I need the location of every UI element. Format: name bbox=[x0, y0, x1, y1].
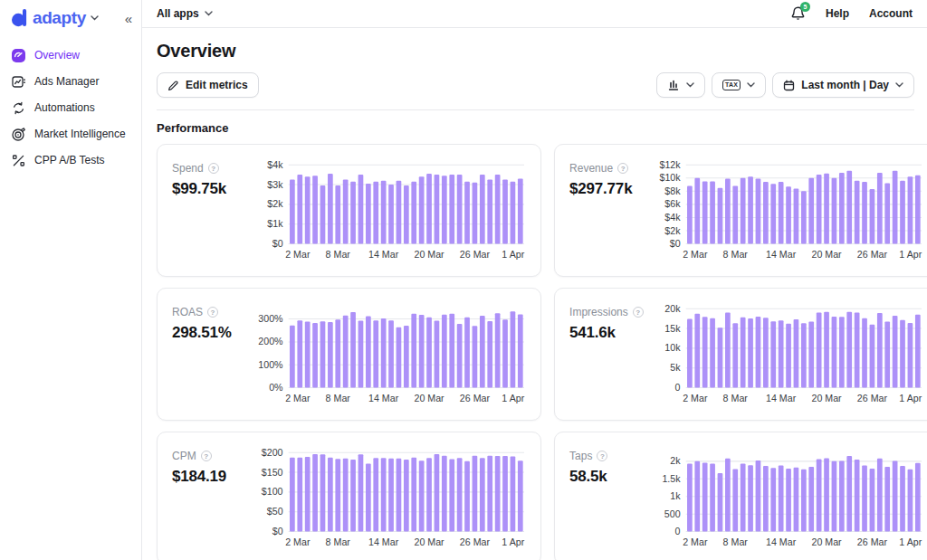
svg-text:26 Mar: 26 Mar bbox=[857, 393, 888, 403]
svg-text:$4k: $4k bbox=[664, 212, 681, 223]
bar-chart: 20k15k10k5k02 Mar8 Mar14 Mar20 Mar26 Mar… bbox=[649, 300, 925, 409]
metric-info: Impressions ? 541.6k bbox=[569, 300, 649, 342]
metric-card-impressions: Impressions ? 541.6k 20k15k10k5k02 Mar8 … bbox=[554, 288, 927, 421]
bar-chart: $4k$3k$2k$1k$02 Mar8 Mar14 Mar20 Mar26 M… bbox=[252, 157, 528, 265]
svg-text:26 Mar: 26 Mar bbox=[460, 249, 491, 260]
svg-text:1 Apr: 1 Apr bbox=[899, 536, 922, 547]
account-link[interactable]: Account bbox=[869, 7, 913, 20]
svg-text:1 Apr: 1 Apr bbox=[899, 393, 922, 403]
bar-chart: 2k1.5k1k50002 Mar8 Mar14 Mar20 Mar26 Mar… bbox=[649, 444, 925, 553]
metric-value: 541.6k bbox=[569, 324, 649, 342]
sidebar-item-cpp-a-b-tests[interactable]: CPP A/B Tests bbox=[11, 151, 134, 169]
notification-count-badge: 5 bbox=[800, 2, 810, 12]
svg-text:14 Mar: 14 Mar bbox=[368, 536, 399, 547]
svg-text:1.5k: 1.5k bbox=[662, 473, 681, 484]
metric-cards-grid: Spend ? $99.75k $4k$3k$2k$1k$02 Mar8 Mar… bbox=[157, 144, 914, 560]
metric-value: $297.77k bbox=[569, 180, 649, 198]
toolbar-right: TAX Last month | Day bbox=[656, 72, 914, 98]
bar-chart: $200$150$100$50$02 Mar8 Mar14 Mar20 Mar2… bbox=[252, 444, 528, 553]
svg-text:500: 500 bbox=[664, 508, 681, 519]
help-icon[interactable]: ? bbox=[201, 451, 212, 461]
bar-chart: $12k$10k$8k$6k$4k$2k$02 Mar8 Mar14 Mar20… bbox=[649, 157, 925, 265]
sidebar-item-label: CPP A/B Tests bbox=[34, 154, 105, 166]
metric-label: Revenue bbox=[569, 162, 613, 175]
svg-text:$100: $100 bbox=[262, 486, 283, 497]
edit-metrics-button[interactable]: Edit metrics bbox=[157, 72, 259, 98]
metric-info: Revenue ? $297.77k bbox=[569, 157, 649, 198]
logo-row: adapty « bbox=[11, 8, 134, 28]
svg-text:1 Apr: 1 Apr bbox=[502, 393, 524, 403]
divider bbox=[157, 109, 914, 110]
app-selector-dropdown[interactable]: All apps bbox=[157, 7, 213, 20]
svg-text:20 Mar: 20 Mar bbox=[414, 249, 444, 260]
metric-value: 298.51% bbox=[172, 324, 252, 342]
svg-text:$8k: $8k bbox=[664, 185, 681, 196]
tax-dropdown[interactable]: TAX bbox=[712, 72, 766, 98]
svg-text:1 Apr: 1 Apr bbox=[899, 249, 922, 260]
svg-text:$3k: $3k bbox=[267, 179, 283, 190]
sidebar-collapse-icon[interactable]: « bbox=[123, 12, 134, 25]
svg-text:8 Mar: 8 Mar bbox=[326, 393, 351, 403]
help-icon[interactable]: ? bbox=[633, 307, 644, 318]
svg-text:$0: $0 bbox=[272, 526, 283, 536]
svg-text:8 Mar: 8 Mar bbox=[326, 249, 351, 260]
bar-chart: 300%200%100%0%2 Mar8 Mar14 Mar20 Mar26 M… bbox=[252, 300, 528, 409]
sidebar-item-overview[interactable]: Overview bbox=[11, 46, 134, 64]
svg-text:14 Mar: 14 Mar bbox=[368, 393, 399, 403]
svg-text:2 Mar: 2 Mar bbox=[285, 393, 311, 403]
svg-text:200%: 200% bbox=[258, 336, 283, 346]
sidebar-item-market-intelligence[interactable]: Market Intelligence bbox=[11, 125, 134, 143]
svg-text:$150: $150 bbox=[262, 467, 283, 478]
svg-text:0: 0 bbox=[675, 382, 681, 393]
percent-split-icon bbox=[11, 153, 26, 168]
help-link[interactable]: Help bbox=[826, 7, 849, 20]
topbar: All apps 5 Help Account bbox=[142, 0, 927, 28]
help-icon[interactable]: ? bbox=[207, 307, 218, 318]
svg-text:5k: 5k bbox=[670, 362, 681, 373]
notifications-bell-icon[interactable]: 5 bbox=[790, 5, 806, 22]
svg-text:20 Mar: 20 Mar bbox=[812, 393, 843, 403]
svg-text:$1k: $1k bbox=[267, 218, 283, 229]
svg-text:$12k: $12k bbox=[660, 159, 682, 170]
date-range-label: Last month | Day bbox=[801, 79, 889, 91]
svg-text:$2k: $2k bbox=[664, 225, 681, 236]
svg-text:2k: 2k bbox=[670, 455, 681, 466]
target-pen-icon bbox=[11, 127, 26, 142]
metric-label: CPM bbox=[172, 450, 196, 462]
svg-text:2 Mar: 2 Mar bbox=[285, 536, 311, 547]
chart-type-dropdown[interactable] bbox=[656, 72, 705, 98]
workspace-chevron-down-icon[interactable] bbox=[91, 15, 99, 21]
metric-card-spend: Spend ? $99.75k $4k$3k$2k$1k$02 Mar8 Mar… bbox=[157, 144, 541, 277]
svg-text:2 Mar: 2 Mar bbox=[285, 249, 311, 260]
metric-value: $99.75k bbox=[172, 180, 252, 198]
chevron-down-icon bbox=[205, 11, 213, 16]
app-window: adapty « Overview Ads Manager Automation… bbox=[0, 0, 927, 560]
page-title: Overview bbox=[157, 41, 914, 62]
chevron-down-icon bbox=[686, 82, 694, 88]
gauge-icon bbox=[11, 48, 26, 63]
brand-wordmark: adapty bbox=[33, 8, 86, 28]
svg-text:1 Apr: 1 Apr bbox=[502, 536, 524, 547]
sidebar-item-label: Ads Manager bbox=[34, 75, 99, 88]
svg-text:14 Mar: 14 Mar bbox=[766, 393, 797, 403]
help-icon[interactable]: ? bbox=[617, 163, 628, 174]
help-icon[interactable]: ? bbox=[208, 163, 219, 174]
metric-card-revenue: Revenue ? $297.77k $12k$10k$8k$6k$4k$2k$… bbox=[554, 144, 927, 277]
tax-icon: TAX bbox=[722, 80, 741, 90]
help-icon[interactable]: ? bbox=[597, 451, 607, 461]
chevron-down-icon bbox=[747, 82, 755, 88]
sidebar-item-automations[interactable]: Automations bbox=[11, 99, 134, 117]
sidebar-item-ads-manager[interactable]: Ads Manager bbox=[11, 72, 134, 90]
sidebar-nav: Overview Ads Manager Automations Market … bbox=[11, 46, 134, 169]
svg-text:$4k: $4k bbox=[267, 159, 283, 170]
sidebar-item-label: Overview bbox=[34, 49, 80, 62]
svg-text:26 Mar: 26 Mar bbox=[857, 249, 888, 260]
section-title: Performance bbox=[157, 121, 914, 135]
svg-text:1k: 1k bbox=[670, 490, 681, 501]
svg-text:20 Mar: 20 Mar bbox=[812, 536, 843, 547]
date-range-dropdown[interactable]: Last month | Day bbox=[772, 72, 914, 98]
chevron-down-icon bbox=[895, 82, 903, 88]
metric-card-taps: Taps ? 58.5k 2k1.5k1k50002 Mar8 Mar14 Ma… bbox=[554, 432, 927, 560]
toolbar: Edit metrics TAX bbox=[157, 72, 914, 98]
cycle-arrows-icon bbox=[11, 100, 26, 116]
